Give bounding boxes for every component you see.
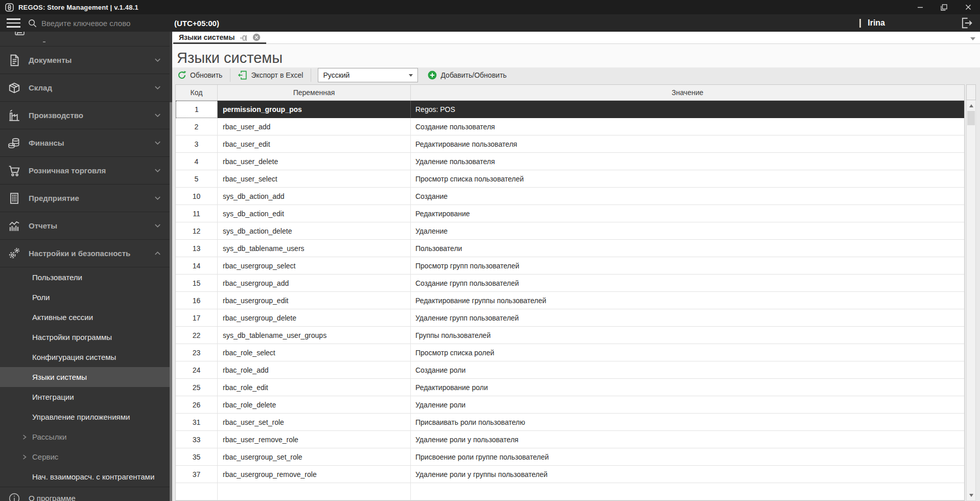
sidebar-scrollbar[interactable] bbox=[170, 32, 172, 501]
cell-value[interactable]: Редактирование bbox=[411, 205, 964, 222]
cell-code[interactable]: 1 bbox=[176, 101, 218, 118]
table-row[interactable]: 12 sys_db_action_delete Удаление bbox=[176, 222, 964, 240]
table-row[interactable]: 31 rbac_user_set_role Присваивать роли п… bbox=[176, 414, 964, 431]
table-row[interactable]: 11 sys_db_action_edit Редактирование bbox=[176, 205, 964, 222]
cell-variable[interactable]: rbac_role_select bbox=[218, 344, 411, 361]
sidebar-item[interactable]: Склад bbox=[0, 74, 172, 101]
sidebar-subitem[interactable]: Рассылки bbox=[0, 427, 172, 447]
tab-close-icon[interactable] bbox=[252, 33, 261, 41]
sidebar-item-partial[interactable] bbox=[0, 32, 172, 46]
cell-variable[interactable]: rbac_usergroup_delete bbox=[218, 309, 411, 327]
sidebar-subitem[interactable]: Активные сессии bbox=[0, 307, 172, 327]
cell-variable[interactable]: rbac_user_select bbox=[218, 170, 411, 188]
cell-value[interactable]: Присваивать роли пользователю bbox=[411, 414, 964, 431]
language-dropdown[interactable]: Русский bbox=[318, 68, 418, 82]
cell-value[interactable]: Пользователи bbox=[411, 240, 964, 257]
column-header-variable[interactable]: Переменная bbox=[218, 85, 411, 100]
cell-variable[interactable]: sys_db_action_add bbox=[218, 188, 411, 205]
cell-variable[interactable] bbox=[218, 483, 411, 500]
table-row[interactable]: 10 sys_db_action_add Создание bbox=[176, 188, 964, 205]
search-input[interactable] bbox=[41, 19, 133, 28]
cell-value[interactable]: Редактирование пользователя bbox=[411, 135, 964, 153]
table-row[interactable] bbox=[176, 483, 964, 500]
tab-system-languages[interactable]: Языки системы bbox=[172, 32, 267, 43]
cell-code[interactable]: 16 bbox=[176, 292, 218, 309]
cell-value[interactable]: Удаление роли у пользователя bbox=[411, 431, 964, 448]
cell-code[interactable]: 17 bbox=[176, 309, 218, 327]
cell-variable[interactable]: sys_db_action_delete bbox=[218, 222, 411, 240]
cell-value[interactable]: Просмотр списка пользователей bbox=[411, 170, 964, 188]
sidebar-subitem[interactable]: Языки системы bbox=[0, 367, 172, 387]
cell-variable[interactable]: sys_db_tablename_user_groups bbox=[218, 327, 411, 344]
cell-variable[interactable]: rbac_usergroup_set_role bbox=[218, 448, 411, 466]
cell-value[interactable]: Удаление групп пользователей bbox=[411, 309, 964, 327]
cell-variable[interactable]: rbac_usergroup_remove_role bbox=[218, 466, 411, 483]
add-update-button[interactable]: Добавить/Обновить bbox=[427, 69, 507, 82]
table-row[interactable]: 14 rbac_usergroup_select Просмотр групп … bbox=[176, 257, 964, 275]
sidebar-item[interactable]: Предприятие bbox=[0, 184, 172, 212]
cell-code[interactable]: 15 bbox=[176, 275, 218, 292]
cell-variable[interactable]: rbac_user_remove_role bbox=[218, 431, 411, 448]
sidebar-subitem[interactable]: Интеграции bbox=[0, 387, 172, 407]
cell-variable[interactable]: permission_group_pos bbox=[218, 101, 411, 118]
table-row[interactable]: 5 rbac_user_select Просмотр списка польз… bbox=[176, 170, 964, 188]
cell-code[interactable]: 10 bbox=[176, 188, 218, 205]
table-row[interactable]: 13 sys_db_tablename_users Пользователи bbox=[176, 240, 964, 257]
sidebar-scrollbar-thumb[interactable] bbox=[170, 102, 172, 501]
sidebar-item[interactable]: Финансы bbox=[0, 129, 172, 156]
cell-variable[interactable]: rbac_usergroup_select bbox=[218, 257, 411, 275]
cell-code[interactable]: 26 bbox=[176, 396, 218, 414]
sidebar-subitem[interactable]: Конфигурация системы bbox=[0, 347, 172, 367]
cell-value[interactable]: Regos: POS bbox=[411, 101, 964, 118]
cell-value[interactable]: Удаление роли у группы пользователей bbox=[411, 466, 964, 483]
sidebar-subitem[interactable]: Пользователи bbox=[0, 267, 172, 287]
table-row[interactable]: 25 rbac_role_edit Редактирование роли bbox=[176, 379, 964, 396]
refresh-button[interactable]: Обновить bbox=[176, 69, 223, 82]
table-row[interactable]: 37 rbac_usergroup_remove_role Удаление р… bbox=[176, 466, 964, 483]
cell-variable[interactable]: rbac_usergroup_edit bbox=[218, 292, 411, 309]
cell-variable[interactable]: rbac_usergroup_add bbox=[218, 275, 411, 292]
cell-variable[interactable]: rbac_role_delete bbox=[218, 396, 411, 414]
scroll-up-button[interactable] bbox=[967, 101, 975, 110]
table-row[interactable]: 3 rbac_user_edit Редактирование пользова… bbox=[176, 135, 964, 153]
cell-variable[interactable]: rbac_role_edit bbox=[218, 379, 411, 396]
cell-value[interactable]: Присвоение роли группе пользователей bbox=[411, 448, 964, 466]
table-row[interactable]: 2 rbac_user_add Создание пользователя bbox=[176, 118, 964, 135]
cell-code[interactable]: 12 bbox=[176, 222, 218, 240]
cell-variable[interactable]: sys_db_action_edit bbox=[218, 205, 411, 222]
column-header-code[interactable]: Код bbox=[176, 85, 218, 100]
table-row[interactable]: 33 rbac_user_remove_role Удаление роли у… bbox=[176, 431, 964, 448]
table-row[interactable]: 17 rbac_usergroup_delete Удаление групп … bbox=[176, 309, 964, 327]
cell-code[interactable]: 14 bbox=[176, 257, 218, 275]
cell-code[interactable]: 31 bbox=[176, 414, 218, 431]
cell-value[interactable]: Удаление пользователя bbox=[411, 153, 964, 170]
sidebar-item[interactable]: Производство bbox=[0, 101, 172, 129]
table-row[interactable]: 16 rbac_usergroup_edit Редактирование гр… bbox=[176, 292, 964, 309]
sidebar-subitem[interactable]: Управление приложениями bbox=[0, 407, 172, 427]
cell-code[interactable] bbox=[176, 483, 218, 500]
table-row[interactable]: 24 rbac_role_add Создание роли bbox=[176, 361, 964, 379]
cell-code[interactable]: 4 bbox=[176, 153, 218, 170]
cell-value[interactable]: Удаление bbox=[411, 222, 964, 240]
minimize-button[interactable] bbox=[908, 0, 932, 14]
logout-icon[interactable] bbox=[960, 16, 973, 30]
pin-icon[interactable] bbox=[240, 34, 247, 41]
sidebar-subitem[interactable]: Сервис bbox=[0, 447, 172, 467]
scroll-down-button[interactable] bbox=[967, 490, 975, 500]
cell-code[interactable]: 37 bbox=[176, 466, 218, 483]
restore-button[interactable] bbox=[932, 0, 956, 14]
cell-value[interactable]: Удаление роли bbox=[411, 396, 964, 414]
cell-value[interactable] bbox=[411, 483, 964, 500]
cell-code[interactable]: 22 bbox=[176, 327, 218, 344]
tab-list-chevron-icon[interactable] bbox=[970, 37, 975, 40]
scrollbar-thumb[interactable] bbox=[967, 111, 975, 125]
cell-code[interactable]: 23 bbox=[176, 344, 218, 361]
column-header-value[interactable]: Значение bbox=[411, 85, 964, 100]
sidebar-subitem[interactable]: Роли bbox=[0, 287, 172, 307]
cell-code[interactable]: 11 bbox=[176, 205, 218, 222]
cell-code[interactable]: 25 bbox=[176, 379, 218, 396]
sidebar-item[interactable]: Настройки и безопасность bbox=[0, 239, 172, 267]
cell-variable[interactable]: rbac_user_delete bbox=[218, 153, 411, 170]
cell-value[interactable]: Создание bbox=[411, 188, 964, 205]
table-scrollbar[interactable] bbox=[966, 100, 976, 501]
